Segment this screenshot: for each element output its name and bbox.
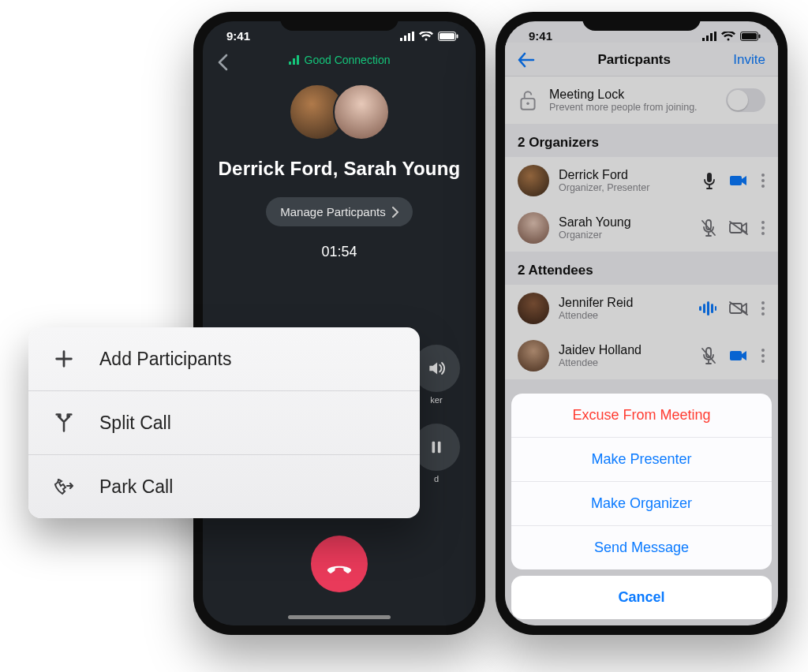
park-call-option[interactable]: Park Call <box>28 454 420 518</box>
avatar <box>333 84 390 140</box>
call-timer: 01:54 <box>321 244 357 260</box>
chevron-right-icon <box>392 207 398 218</box>
phone-call-screen: 9:41 Good Connection Derrick Ford, Sarah… <box>193 12 485 635</box>
call-options-sheet: Add Participants Split Call Park Call <box>28 327 420 518</box>
phone-participants-screen: 9:41 Particpants Invite Meeting Lock Pre… <box>496 12 787 635</box>
send-message-option[interactable]: Send Message <box>511 525 772 569</box>
svg-rect-6 <box>457 34 458 38</box>
split-call-option[interactable]: Split Call <box>28 390 420 454</box>
make-presenter-option[interactable]: Make Presenter <box>511 437 772 481</box>
connection-status: Good Connection <box>289 54 391 66</box>
participant-action-sheet: Excuse From Meeting Make Presenter Make … <box>511 394 772 619</box>
svg-rect-2 <box>408 33 410 41</box>
home-indicator[interactable] <box>288 615 391 619</box>
svg-rect-8 <box>293 58 295 65</box>
participant-names: Derrick Ford, Sarah Young <box>219 158 461 180</box>
plus-icon <box>50 348 77 370</box>
excuse-option[interactable]: Excuse From Meeting <box>511 394 772 437</box>
split-icon <box>50 412 77 434</box>
hold-label: d <box>434 474 439 483</box>
end-call-button[interactable] <box>311 536 368 592</box>
svg-rect-7 <box>289 62 291 65</box>
svg-rect-10 <box>432 442 436 454</box>
phone-notch <box>582 12 701 31</box>
svg-rect-3 <box>412 32 414 41</box>
svg-rect-9 <box>297 55 299 65</box>
participant-avatars <box>289 84 390 140</box>
add-participants-label: Add Participants <box>99 349 231 370</box>
connection-label: Good Connection <box>305 54 391 66</box>
make-organizer-option[interactable]: Make Organizer <box>511 481 772 525</box>
cancel-button[interactable]: Cancel <box>511 576 772 619</box>
park-call-icon <box>50 476 77 498</box>
park-call-label: Park Call <box>99 476 173 498</box>
hold-button[interactable] <box>413 424 460 471</box>
speaker-label: ker <box>430 395 442 405</box>
speaker-button[interactable] <box>413 345 460 392</box>
battery-icon <box>438 32 458 41</box>
pause-icon <box>428 439 445 456</box>
split-call-label: Split Call <box>99 413 171 434</box>
svg-rect-5 <box>440 33 454 39</box>
back-button[interactable] <box>217 54 228 71</box>
manage-participants-label: Manage Particpants <box>280 205 385 218</box>
chevron-left-icon <box>217 54 228 71</box>
wifi-icon <box>419 32 433 41</box>
status-time: 9:41 <box>226 29 250 43</box>
svg-rect-11 <box>438 442 441 454</box>
signal-bars-icon <box>289 55 300 65</box>
add-participants-option[interactable]: Add Participants <box>28 327 420 390</box>
svg-rect-1 <box>404 35 406 41</box>
hangup-icon <box>325 550 354 578</box>
speaker-icon <box>426 358 447 379</box>
status-indicators <box>400 32 458 41</box>
phone-notch <box>280 12 398 31</box>
signal-icon <box>400 32 414 41</box>
svg-rect-0 <box>400 38 402 41</box>
manage-participants-button[interactable]: Manage Particpants <box>266 197 412 226</box>
